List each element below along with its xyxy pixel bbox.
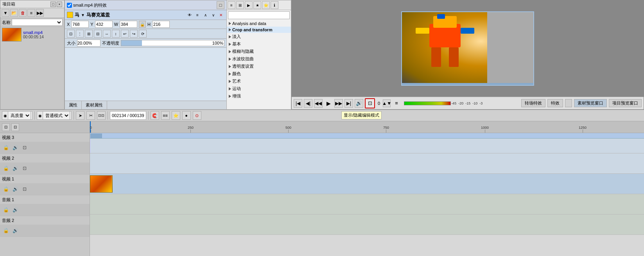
lock-btn-v2[interactable]: 🔒: [2, 164, 10, 172]
eye-btn-v1[interactable]: ⊡: [21, 185, 29, 193]
el-toolbar-btn-5[interactable]: ⭐: [262, 1, 270, 9]
effects-expand-btn[interactable]: □: [217, 1, 224, 9]
mask-down-btn[interactable]: ∨: [210, 11, 217, 18]
mask-delete-btn[interactable]: ✕: [217, 11, 224, 18]
tab-material-properties[interactable]: 素材属性: [82, 101, 107, 109]
transform-btn-4[interactable]: ⊟: [94, 30, 102, 38]
audio-btn-a1[interactable]: 🔊: [11, 206, 19, 214]
timecode-adj-btn[interactable]: ▲▼: [383, 99, 391, 107]
tab-empty[interactable]: [565, 99, 572, 107]
minimize-btn[interactable]: □: [50, 2, 56, 7]
h-input[interactable]: [152, 21, 170, 28]
transform-btn-9[interactable]: ⟳: [139, 30, 147, 38]
header-icon-2[interactable]: ⊡: [11, 123, 19, 131]
opacity-bar[interactable]: 100%: [121, 40, 224, 46]
open-btn[interactable]: 📂: [10, 9, 18, 17]
category-ripple[interactable]: 水波纹扭曲: [227, 55, 291, 63]
mask-visibility-btn[interactable]: 👁: [186, 11, 193, 18]
audio-btn-v1[interactable]: 🔊: [11, 185, 19, 193]
category-basic[interactable]: 基本: [227, 40, 291, 48]
category-fadein[interactable]: 淡入: [227, 33, 291, 40]
mode-select[interactable]: 普通模式: [43, 111, 70, 120]
lock-btn-a1[interactable]: 🔒: [2, 206, 10, 214]
tab-properties[interactable]: 属性: [65, 101, 82, 109]
crop-transform-btn[interactable]: ⊡: [365, 98, 375, 108]
lock-aspect-btn[interactable]: 🔒: [139, 21, 146, 28]
tab-material-preview[interactable]: 素材预览窗口: [574, 99, 607, 107]
edit-tool-btn[interactable]: ⊡⊡: [97, 111, 106, 120]
clip-thumbnail: [90, 176, 112, 192]
category-color[interactable]: 颜色: [227, 70, 291, 78]
more-tools-btn[interactable]: ●: [182, 111, 191, 120]
video-clip-small-mp4[interactable]: small.mp4: [90, 175, 113, 193]
project-item[interactable]: small.mp4 00:00:05:14: [0, 27, 64, 42]
go-next-btn[interactable]: ▶▶: [334, 99, 343, 108]
audio-btn-a2[interactable]: 🔊: [11, 227, 19, 234]
transform-btn-8[interactable]: ↪: [130, 30, 138, 38]
el-toolbar-btn-4[interactable]: ★: [253, 1, 261, 9]
cut-tool-btn[interactable]: ✂: [86, 111, 95, 120]
expand-btn[interactable]: ▶▶: [36, 9, 44, 17]
go-prev-btn[interactable]: ◀◀: [314, 99, 323, 108]
ripple-btn[interactable]: ≡≡: [161, 111, 170, 120]
effects-search-input[interactable]: [228, 11, 290, 19]
category-opacity[interactable]: 透明度设置: [227, 63, 291, 70]
menu-btn[interactable]: ≡: [27, 9, 35, 17]
go-end-btn[interactable]: ▶|: [344, 99, 353, 108]
category-art[interactable]: 艺术: [227, 78, 291, 85]
el-toolbar-btn-2[interactable]: ⊞: [236, 1, 244, 9]
record-btn[interactable]: ⊙: [193, 111, 201, 120]
eye-btn-v2[interactable]: ⊡: [21, 164, 29, 172]
pointer-tool-btn[interactable]: ➤: [76, 111, 84, 120]
marker-btn[interactable]: ⭐: [172, 111, 180, 120]
go-start-btn[interactable]: |◀: [294, 99, 302, 108]
tab-project-preview[interactable]: 项目预览窗口: [609, 99, 642, 107]
w-input[interactable]: [120, 21, 137, 28]
prev-frame-btn[interactable]: ◀|: [304, 99, 312, 108]
preview-menu-btn[interactable]: ≡: [392, 99, 401, 108]
tab-transitions[interactable]: 转场特效: [521, 99, 545, 107]
transform-btn-6[interactable]: ↕: [112, 30, 120, 38]
effects-enable-checkbox[interactable]: [67, 3, 72, 8]
new-item-btn[interactable]: ▼: [2, 9, 9, 17]
transform-btn-2[interactable]: ⋮: [76, 30, 84, 38]
transform-btn-5[interactable]: ↔: [103, 30, 111, 38]
size-input[interactable]: [77, 40, 100, 47]
transform-btn-1[interactable]: ⊡: [67, 30, 75, 38]
header-icon-1[interactable]: ⊡: [2, 123, 10, 131]
eye-btn-v3[interactable]: ⊡: [21, 144, 29, 151]
lock-btn-a2[interactable]: 🔒: [2, 227, 10, 234]
filter-select[interactable]: [12, 19, 63, 26]
track-content-audio2[interactable]: [90, 215, 644, 235]
transform-btn-7[interactable]: ↩: [121, 30, 129, 38]
quality-select[interactable]: 高质量: [8, 111, 31, 120]
track-content-video3[interactable]: [90, 133, 644, 153]
lock-btn-v3[interactable]: 🔒: [2, 144, 10, 151]
track-content-video1[interactable]: small.mp4: [90, 174, 644, 194]
category-blur[interactable]: 模糊与隐藏: [227, 48, 291, 55]
x-input[interactable]: [71, 21, 89, 28]
category-motion[interactable]: 运动: [227, 85, 291, 92]
transform-btn-3[interactable]: ⊞: [85, 30, 93, 38]
el-toolbar-btn-1[interactable]: ≡: [228, 1, 235, 9]
volume-btn[interactable]: 🔊: [355, 99, 363, 108]
play-btn[interactable]: ▶: [324, 99, 333, 108]
audio-btn-v2[interactable]: 🔊: [11, 164, 19, 172]
mask-up-btn[interactable]: ∧: [202, 11, 209, 18]
mask-arrow[interactable]: ▼: [81, 13, 85, 17]
y-input[interactable]: [95, 21, 113, 28]
lock-btn-v1[interactable]: 🔒: [2, 185, 10, 193]
snap-btn[interactable]: 🧲: [151, 111, 159, 120]
el-toolbar-btn-6[interactable]: ℹ: [271, 1, 278, 9]
tab-effects[interactable]: 特效: [547, 99, 563, 107]
category-crop-transform[interactable]: Crop and transform: [227, 27, 291, 33]
el-toolbar-btn-3[interactable]: ▶: [245, 1, 253, 9]
track-content-video2[interactable]: [90, 153, 644, 174]
delete-btn[interactable]: 🗑: [19, 9, 27, 17]
category-analysis[interactable]: Analysis and data: [227, 20, 291, 27]
track-content-audio1[interactable]: [90, 194, 644, 215]
audio-btn-v3[interactable]: 🔊: [11, 144, 19, 151]
close-btn[interactable]: ×: [57, 2, 62, 7]
category-enhance[interactable]: 增强: [227, 92, 291, 100]
mask-menu-btn[interactable]: ≡: [194, 11, 201, 18]
